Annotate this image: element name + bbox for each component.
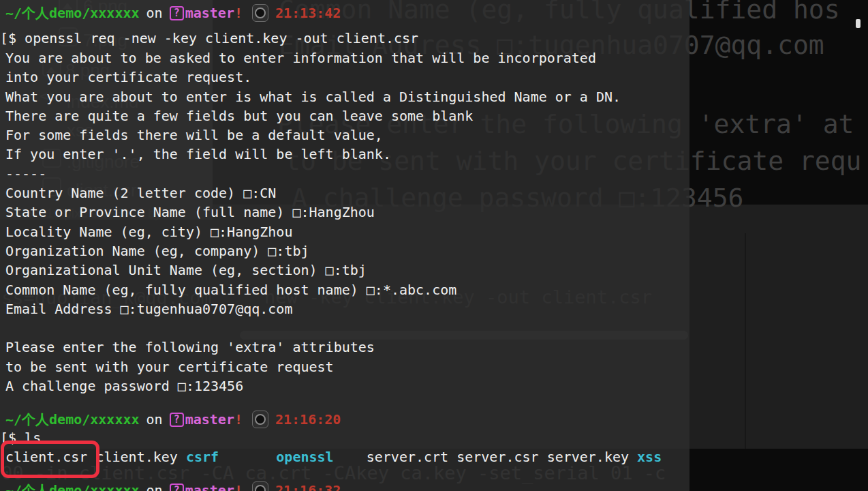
terminal-output-line: ----- — [5, 164, 621, 183]
terminal-output-line: into your certificate request. — [5, 68, 621, 87]
terminal-output-line: For some fields there will be a default … — [5, 125, 621, 145]
ls-entry-xss: xss — [637, 449, 662, 465]
terminal-content: ~/个人demo/xxxxxx on ? master ! 21:13:42 [… — [0, 0, 868, 491]
git-status-icon: ? — [170, 6, 184, 20]
ls-entry-openssl: openssl — [276, 449, 366, 465]
terminal-output-line: Country Name (2 letter code) □:CN — [5, 183, 621, 203]
git-branch: master — [185, 411, 234, 428]
terminal-output-line: State or Province Name (full name) □:Han… — [5, 203, 621, 222]
terminal-output-line: If you enter '.', the field will be left… — [5, 145, 621, 164]
openssl-output: You are about to be asked to enter infor… — [5, 48, 621, 396]
prompt-path: ~/个人demo/xxxxxx — [5, 481, 140, 491]
terminal-output-line: to be sent with your certificate request — [5, 357, 621, 376]
git-dirty-flag: ! — [234, 411, 243, 428]
prompt-on: on — [146, 5, 163, 21]
terminal-output-line: Locality Name (eg, city) □:HangZhou — [5, 222, 621, 241]
prompt-path: ~/个人demo/xxxxxx — [5, 4, 140, 23]
terminal-output-line: Please enter the following 'extra' attri… — [5, 338, 621, 357]
command-openssl-req: [$ openssl req -new -key client.key -out… — [0, 30, 418, 46]
terminal-output-line: There are quite a few fields but you can… — [5, 106, 621, 125]
ls-entry-server.csr: server.csr — [456, 449, 546, 465]
shell-prompt: ~/个人demo/xxxxxx on ? master ! 21:16:32 — [5, 481, 341, 491]
terminal-output-line: A challenge password □:123456 — [5, 376, 621, 396]
git-branch: master — [185, 482, 234, 491]
prompt-time: 21:16:32 — [275, 482, 341, 491]
shell-prompt: ~/个人demo/xxxxxx on ? master ! 21:13:42 — [5, 4, 341, 22]
prompt-time: 21:13:42 — [275, 5, 341, 21]
ls-entry-csrf: csrf — [186, 449, 276, 465]
watch-icon — [252, 481, 268, 491]
shell-prompt: ~/个人demo/xxxxxx on ? master ! 21:16:20 — [5, 411, 341, 428]
git-branch: master — [185, 5, 234, 21]
prompt-time: 21:16:20 — [275, 411, 341, 428]
prompt-on: on — [146, 411, 163, 428]
ls-entry-server.crt: server.crt — [367, 449, 456, 465]
terminal-output-line: Organizational Unit Name (eg, section) □… — [5, 261, 621, 280]
ls-entry-client.key: client.key — [95, 449, 185, 465]
watch-icon — [252, 411, 268, 428]
ls-output-row: client.csrclient.keycsrfopensslserver.cr… — [5, 449, 662, 465]
screen: 6.png7.png8.png<>index.mdxss.gitignorecl… — [0, 0, 868, 491]
git-dirty-flag: ! — [234, 482, 243, 491]
terminal-output-line: What you are about to enter is what is c… — [5, 87, 621, 106]
terminal-output-line: Common Name (eg, fully qualified host na… — [5, 280, 621, 299]
terminal-output-line: You are about to be asked to enter infor… — [5, 48, 621, 68]
terminal-output-line: Organization Name (eg, company) □:tbj — [5, 241, 621, 261]
prompt-path: ~/个人demo/xxxxxx — [5, 411, 140, 429]
watch-icon — [252, 4, 268, 22]
git-dirty-flag: ! — [234, 5, 243, 21]
ls-entry-server.key: server.key — [547, 449, 637, 465]
annotation-box-client-csr — [1, 441, 99, 478]
git-status-icon: ? — [170, 413, 184, 427]
terminal-output-line — [5, 318, 621, 338]
terminal-output-line: Email Address □:tugenhua0707@qq.com — [5, 299, 621, 318]
git-status-icon: ? — [170, 483, 184, 491]
prompt-on: on — [146, 482, 163, 491]
